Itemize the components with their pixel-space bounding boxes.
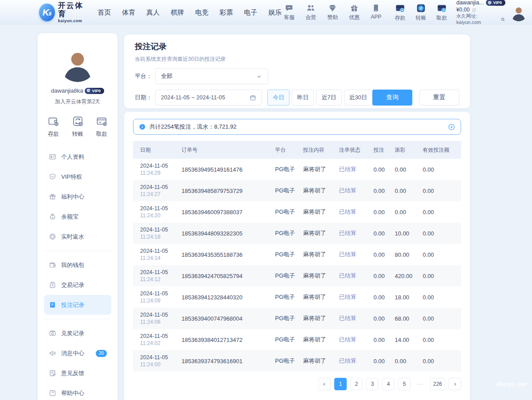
date-text: 2024-11-05 — [140, 247, 176, 255]
status-badge: 已结算 — [339, 294, 356, 300]
sidebar-menu-item[interactable]: 帮助中心 — [44, 383, 111, 400]
cell-bet-amount: 0.00 — [371, 180, 392, 201]
top-navbar: K8 开云体育 kaiyun.com 首页体育真人棋牌电竞彩票电子娱乐 客服合营… — [0, 0, 532, 25]
megaphone-icon — [49, 349, 56, 357]
table-row: 2024-11-0511:24:141853639435355188736PG电… — [133, 244, 461, 265]
sidebar-menu-item[interactable]: 兑奖记录 — [44, 323, 111, 343]
watermark-text: shequ.me — [495, 380, 527, 388]
time-text: 11:24:27 — [140, 191, 176, 198]
range-button[interactable]: 近7日 — [316, 90, 341, 106]
range-button[interactable]: 昨日 — [292, 90, 314, 106]
cell-platform: PG电子 — [273, 265, 301, 286]
table-header-row: 日期订单号平台投注内容注单状态投注派彩有效投注额 — [133, 141, 461, 159]
cell-valid-amount: 0.00 — [420, 286, 461, 308]
nav-link[interactable]: 真人 — [146, 8, 160, 17]
sidebar-menu-item[interactable]: 个人资料 — [44, 147, 111, 167]
table-row: 2024-11-0511:24:201853639460097388037PG电… — [133, 201, 461, 223]
range-button[interactable]: 近30日 — [344, 90, 372, 106]
magnifier-icon[interactable] — [501, 17, 505, 22]
search-button[interactable]: 查询 — [372, 90, 412, 106]
sidebar-menu-item[interactable]: 消息中心20 — [44, 343, 111, 363]
page-ellipsis: ··· — [414, 378, 426, 390]
cell-valid-amount: 0.00 — [420, 223, 461, 244]
reset-button[interactable]: 重置 — [419, 90, 459, 106]
quick-action-wallet-outline-icon[interactable]: 存款 — [47, 115, 59, 138]
navbar-avatar[interactable] — [510, 4, 528, 21]
nav-link[interactable]: 电竞 — [195, 8, 208, 17]
cell-status: 已结算 — [336, 329, 371, 350]
quick-action-card-outline-icon[interactable]: 取款 — [96, 115, 108, 138]
chevron-left-icon — [321, 381, 327, 387]
page-button[interactable]: 4 — [382, 378, 395, 390]
column-header: 订单号 — [179, 141, 273, 159]
nav-tool-item[interactable]: 合营 — [303, 4, 318, 21]
nav-link[interactable]: 彩票 — [219, 8, 233, 17]
page-button[interactable]: 1 — [334, 378, 347, 390]
wallet-outline-icon — [47, 115, 59, 127]
cell-payout: 0.00 — [392, 201, 420, 223]
cell-platform: PG电子 — [273, 308, 301, 329]
sidebar-menu-item[interactable]: 福利中心 — [44, 187, 111, 207]
status-badge: 已结算 — [339, 272, 356, 279]
plus-circle-icon[interactable] — [448, 123, 455, 131]
cell-status: 已结算 — [336, 308, 371, 329]
sidebar-menu-item[interactable]: 意见反馈 — [44, 363, 111, 383]
range-button[interactable]: 今日 — [267, 90, 289, 106]
nav-link[interactable]: 娱乐 — [268, 8, 282, 17]
page-button[interactable]: 5 — [398, 378, 411, 390]
nav-link[interactable]: 首页 — [98, 8, 111, 17]
page-button[interactable]: 226 — [430, 378, 445, 390]
nav-wallet-item[interactable]: 转账 — [413, 3, 428, 22]
transfer-icon — [416, 3, 426, 13]
platform-select[interactable]: 全部 — [155, 68, 268, 84]
nav-tool-item[interactable]: 优惠 — [347, 4, 362, 21]
shield-icon — [49, 173, 56, 180]
nav-tool-item[interactable]: APP — [368, 4, 383, 21]
help-icon — [49, 389, 56, 397]
status-badge: 已结算 — [339, 230, 356, 236]
sidebar-menu-item[interactable]: 余额宝 — [44, 207, 111, 227]
user-info-block[interactable]: dawanjia... VIP0 ¥0.00 永久网址: kaiyun.com — [456, 0, 505, 26]
cell-valid-amount: 0.00 — [420, 265, 461, 286]
menu-item-label: 帮助中心 — [61, 389, 84, 397]
quick-action-exchange-outline-icon[interactable]: 转账 — [72, 115, 84, 138]
table-row: 2024-11-0511:24:181853639448093282305PG电… — [133, 223, 461, 244]
status-badge: 已结算 — [339, 251, 356, 258]
prev-page-button[interactable] — [318, 378, 331, 390]
gift-icon — [350, 4, 359, 12]
cell-bet-amount: 0.00 — [371, 329, 392, 350]
cell-platform: PG电子 — [273, 350, 301, 372]
refresh-icon[interactable] — [471, 8, 477, 13]
page-button[interactable]: 3 — [366, 378, 379, 390]
page-button[interactable]: 2 — [350, 378, 363, 390]
sidebar-menu-item[interactable]: 我的钱包 — [44, 255, 111, 275]
cell-valid-amount: 0.00 — [420, 201, 461, 223]
chevron-right-icon — [452, 381, 458, 387]
time-text: 11:24:12 — [140, 276, 176, 283]
sidebar-menu-item[interactable]: 交易记录 — [44, 275, 111, 295]
nav-tool-item[interactable]: 客服 — [282, 4, 297, 21]
nav-tool-item[interactable]: 赞助 — [325, 4, 340, 21]
cell-payout: 18.00 — [392, 286, 420, 308]
cell-bet-amount: 0.00 — [371, 286, 392, 308]
menu-item-label: 意见反馈 — [61, 369, 84, 377]
sidebar-menu-item[interactable]: 投注记录 — [44, 295, 111, 315]
nav-link[interactable]: 电子 — [244, 8, 257, 17]
nav-link[interactable]: 棋牌 — [171, 8, 184, 17]
sidebar-avatar[interactable] — [59, 45, 96, 82]
table-row: 2024-11-0511:24:001853639374793616901PG电… — [133, 350, 461, 372]
nav-link[interactable]: 体育 — [122, 8, 135, 17]
cell-date: 2024-11-0511:24:00 — [133, 350, 179, 372]
date-text: 2024-11-05 — [140, 183, 176, 191]
date-range-input[interactable]: 2024-11-05 ~ 2024-11-05 — [155, 90, 262, 106]
nav-wallet-item[interactable]: 存款 — [392, 3, 407, 22]
nav-wallet-item[interactable]: 取款 — [434, 3, 449, 22]
next-page-button[interactable] — [449, 378, 461, 390]
sidebar-menu-item[interactable]: VIP特权 — [44, 167, 111, 187]
site-logo[interactable]: K8 开云体育 kaiyun.com — [39, 2, 88, 23]
menu-divider — [45, 319, 110, 319]
menu-divider — [45, 251, 110, 251]
sidebar-menu-item[interactable]: 实时返水 — [44, 227, 111, 247]
cell-date: 2024-11-0511:24:27 — [133, 180, 179, 201]
quick-action-label: 转账 — [72, 130, 83, 138]
